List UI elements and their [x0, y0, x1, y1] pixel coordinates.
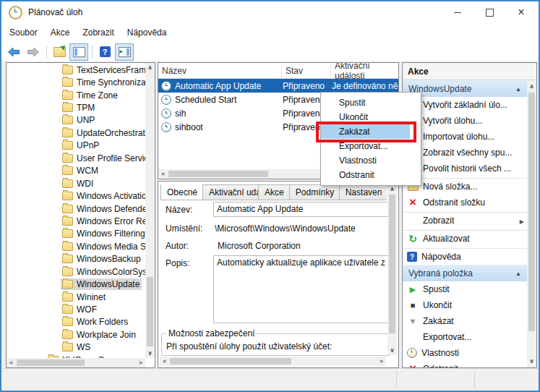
- tree-vertical-scrollbar[interactable]: [145, 63, 155, 358]
- action-item[interactable]: Odstranit: [403, 361, 527, 367]
- column-header-trigger[interactable]: Aktivační události: [331, 63, 398, 78]
- scrollbar-thumb[interactable]: [170, 358, 291, 365]
- scrollbar-thumb[interactable]: [168, 171, 268, 177]
- scroll-left-icon[interactable]: [158, 169, 168, 179]
- tree-item[interactable]: WindowsBackup: [7, 253, 145, 265]
- scroll-down-icon[interactable]: [527, 357, 536, 366]
- context-menu-item[interactable]: Vlastnosti: [321, 153, 421, 168]
- task-row[interactable]: Automatic App Update Připraveno Je defin…: [158, 79, 398, 93]
- detail-tab[interactable]: Aktivační události: [202, 184, 259, 200]
- collapse-icon[interactable]: ▲: [515, 270, 521, 277]
- detail-vertical-scrollbar[interactable]: [387, 184, 397, 355]
- detail-horizontal-scrollbar[interactable]: [160, 357, 386, 366]
- tree-item[interactable]: Windows Media Sh: [7, 240, 145, 252]
- tree-item[interactable]: Windows Defender: [7, 203, 145, 215]
- scroll-down-icon[interactable]: [145, 349, 155, 358]
- name-field-value[interactable]: Automatic App Update: [213, 202, 395, 217]
- tree-item[interactable]: Time Synchronizati: [7, 76, 145, 88]
- tree-item[interactable]: Windows Activation: [7, 189, 145, 202]
- context-menu-item[interactable]: Zakázat: [321, 124, 421, 139]
- scrollbar-thumb[interactable]: [147, 277, 153, 346]
- action-item[interactable]: Vlastnosti: [403, 345, 527, 361]
- minimize-button[interactable]: [442, 1, 473, 23]
- tree-item[interactable]: WS: [7, 341, 145, 354]
- collapse-icon[interactable]: ▲: [515, 86, 521, 93]
- back-icon: [7, 47, 20, 57]
- maximize-button[interactable]: [473, 1, 505, 23]
- column-header-status[interactable]: Stav: [282, 63, 331, 78]
- action-item[interactable]: Aktualizovat: [403, 230, 527, 247]
- menu-napoveda[interactable]: Nápověda: [121, 25, 173, 41]
- tree-item[interactable]: TPM: [7, 101, 145, 114]
- folder-icon: [62, 78, 73, 87]
- task-status: Připraveno: [283, 81, 332, 91]
- action-item[interactable]: Nápověda: [403, 248, 527, 265]
- author-field-value: Microsoft Corporation: [218, 241, 301, 251]
- tree-item[interactable]: Time Zone: [7, 89, 145, 101]
- scroll-down-icon[interactable]: [387, 346, 397, 355]
- description-field-value[interactable]: Automaticky aktualizuje aplikace uživate…: [213, 255, 395, 323]
- action-pane-toggle-button[interactable]: [115, 43, 134, 61]
- detail-tab[interactable]: Akce: [258, 184, 290, 200]
- action-item[interactable]: Odstranit složku: [403, 195, 527, 210]
- tree-item[interactable]: Workplace Join: [7, 328, 145, 341]
- action-item[interactable]: Zobrazit: [403, 212, 527, 229]
- tree-item[interactable]: UpdateOrchestrato: [7, 127, 145, 139]
- action-item-label: Zobrazit všechny spu...: [423, 148, 512, 158]
- scrollbar-thumb[interactable]: [528, 93, 535, 331]
- tree-item[interactable]: UPnP: [7, 140, 145, 152]
- context-menu-item[interactable]: Spustit: [321, 95, 421, 110]
- actions-section-header-selected-item[interactable]: Vybraná položka ▲: [403, 265, 527, 281]
- menu-akce[interactable]: Akce: [44, 25, 77, 41]
- tree-item[interactable]: WCM: [7, 165, 145, 177]
- action-item-label: Odstranit složku: [423, 197, 485, 208]
- folder-icon: [62, 205, 73, 213]
- scrollbar-thumb[interactable]: [17, 359, 85, 366]
- column-header-name[interactable]: Název: [158, 63, 282, 78]
- context-menu-item[interactable]: Ukončit: [321, 110, 421, 124]
- tree-item[interactable]: WDI: [7, 177, 145, 189]
- detail-tab[interactable]: Podmínky: [289, 184, 340, 200]
- close-button[interactable]: ×: [505, 1, 537, 23]
- tree-item[interactable]: TextServicesFramew: [7, 64, 145, 76]
- tab-label: Akce: [265, 187, 284, 197]
- scroll-left-icon[interactable]: [7, 358, 16, 367]
- tree-item[interactable]: WOF: [7, 303, 145, 315]
- scroll-up-icon[interactable]: [527, 82, 536, 91]
- console-tree-toggle-button[interactable]: [69, 43, 88, 61]
- folder-icon: [62, 179, 73, 188]
- scroll-up-icon[interactable]: [145, 63, 155, 72]
- scroll-right-icon[interactable]: [136, 358, 145, 367]
- tree-item[interactable]: WindowsColorSyst: [7, 265, 145, 278]
- help-button[interactable]: ?: [95, 43, 114, 61]
- actions-vertical-scrollbar[interactable]: [527, 80, 536, 367]
- scroll-right-icon[interactable]: [377, 357, 386, 366]
- forward-button[interactable]: [24, 43, 43, 61]
- detail-tab[interactable]: Nastaven: [339, 184, 387, 200]
- menu-zobrazit[interactable]: Zobrazit: [76, 25, 120, 41]
- action-item[interactable]: Spustit: [403, 281, 527, 297]
- tree-item-label: UpdateOrchestrato: [77, 128, 145, 138]
- action-item[interactable]: Zakázat: [403, 313, 527, 329]
- tree-item[interactable]: Windows Filtering P: [7, 228, 145, 240]
- menu-soubor[interactable]: Soubor: [3, 25, 44, 41]
- action-item[interactable]: Exportovat...: [403, 329, 527, 345]
- tree-item[interactable]: Windows Error Rep: [7, 215, 145, 227]
- tree-item[interactable]: UNP: [7, 114, 145, 127]
- context-menu-item[interactable]: Odstranit: [321, 168, 421, 182]
- tree-item[interactable]: Work Folders: [7, 316, 145, 328]
- tree-item[interactable]: Wininet: [7, 291, 145, 303]
- scroll-left-icon[interactable]: [160, 357, 169, 366]
- back-button[interactable]: [4, 43, 23, 61]
- tree-item[interactable]: User Profile Service: [7, 152, 145, 164]
- folder-icon: [62, 141, 73, 150]
- tree-item[interactable]: WindowsUpdate: [7, 278, 145, 290]
- detail-tab[interactable]: Obecné: [160, 184, 203, 200]
- action-item[interactable]: Ukončit: [403, 297, 527, 313]
- show-console-tree-button[interactable]: [50, 43, 69, 61]
- scrollbar-thumb[interactable]: [389, 195, 395, 333]
- security-options-text: Při spouštění úlohy použít uživatelský ú…: [166, 341, 385, 351]
- context-menu-item[interactable]: Exportovat...: [321, 139, 421, 153]
- action-item-label: Importovat úlohu...: [423, 132, 494, 142]
- tree-horizontal-scrollbar[interactable]: [7, 358, 145, 367]
